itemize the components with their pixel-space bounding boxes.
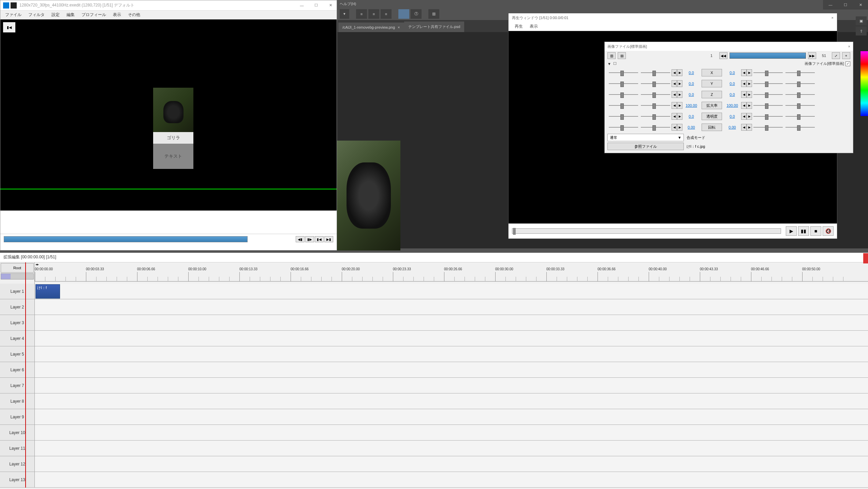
- axis-button[interactable]: 拡大率: [702, 102, 722, 109]
- menu-filter[interactable]: フィルタ: [25, 11, 48, 19]
- file-browse-button[interactable]: 参照ファイル: [607, 143, 684, 150]
- close-icon[interactable]: ×: [832, 16, 834, 20]
- frame-last-button[interactable]: ▶▶: [808, 52, 816, 59]
- axis-button[interactable]: 透明度: [702, 113, 722, 120]
- slider-left[interactable]: [609, 102, 638, 109]
- inc-button[interactable]: ▶: [677, 80, 682, 87]
- slider-right2[interactable]: [785, 70, 815, 76]
- value-left[interactable]: 0.00: [682, 125, 700, 129]
- expand-icon[interactable]: ▼: [607, 62, 611, 66]
- layer-label[interactable]: Layer 7: [0, 378, 35, 393]
- timeline-title[interactable]: 拡張編集 [00:00:00.00] [1/51]: [0, 253, 868, 262]
- minimize-button[interactable]: —: [298, 2, 305, 9]
- inc-button[interactable]: ▶: [747, 102, 752, 109]
- inc-button[interactable]: ▶: [747, 124, 752, 131]
- add-button[interactable]: +: [842, 52, 850, 59]
- layer-track[interactable]: [35, 456, 868, 472]
- menu-other[interactable]: その他: [124, 11, 144, 19]
- layer-track[interactable]: [35, 472, 868, 487]
- layer-label[interactable]: Layer 2: [0, 299, 35, 315]
- layer-toggle-button[interactable]: ▥: [607, 52, 616, 59]
- playback-title-bar[interactable]: 再生ウィンドウ [1/51] 0:00.0/0:01 ×: [509, 13, 837, 22]
- frame-first-button[interactable]: ◀◀: [719, 52, 727, 59]
- dec-button[interactable]: ◀: [672, 124, 677, 131]
- slider-right[interactable]: [753, 113, 783, 119]
- close-icon[interactable]: ×: [398, 25, 400, 29]
- seek-start-button[interactable]: ▮◀: [315, 236, 324, 242]
- slider-right2[interactable]: [785, 113, 815, 119]
- menu-view[interactable]: 表示: [109, 11, 124, 19]
- pb-menu-play[interactable]: 再生: [511, 22, 526, 31]
- blend-mode-select[interactable]: 通常 ▼: [607, 134, 684, 141]
- title-bar[interactable]: 1280x720_30fps_44100Hz.exedit (1280,720)…: [0, 0, 337, 11]
- seek-next-button[interactable]: ▮▶: [305, 236, 314, 242]
- inc-button[interactable]: ▶: [677, 102, 682, 109]
- menu-profile[interactable]: プロフィール: [78, 11, 109, 19]
- slider-left2[interactable]: [641, 70, 670, 76]
- playback-scrubber[interactable]: [512, 228, 781, 234]
- color-swatch[interactable]: [398, 9, 409, 19]
- loop-icon[interactable]: ☐: [613, 61, 617, 66]
- layer-track[interactable]: [35, 362, 868, 377]
- dec-button[interactable]: ◀: [741, 113, 747, 120]
- play-button[interactable]: ▶: [786, 226, 797, 236]
- timeline-scroll-indicator[interactable]: [863, 253, 868, 263]
- layer-track[interactable]: [35, 441, 868, 456]
- timeline-minimap[interactable]: [1, 273, 34, 279]
- slider-left[interactable]: [609, 124, 638, 130]
- layer-label[interactable]: Layer 10: [0, 425, 35, 440]
- panel-icon-1[interactable]: ▣: [856, 16, 867, 25]
- maximize-button[interactable]: ☐: [838, 0, 853, 10]
- slider-left[interactable]: [609, 91, 638, 98]
- layer-track[interactable]: [35, 378, 868, 393]
- timeline-ruler[interactable]: ◂▸ 00:00:00.0000:00:03.3300:00:06.6600:0…: [35, 262, 868, 284]
- playhead-icon[interactable]: ◂▸: [35, 262, 39, 266]
- slider-left2[interactable]: [641, 102, 670, 109]
- slider-right2[interactable]: [785, 91, 815, 98]
- slider-right[interactable]: [753, 91, 783, 98]
- layer-track[interactable]: [35, 393, 868, 409]
- layer-track[interactable]: [35, 425, 868, 440]
- slider-left[interactable]: [609, 113, 638, 119]
- inc-button[interactable]: ▶: [747, 91, 752, 98]
- layer-track[interactable]: [35, 409, 868, 425]
- value-left[interactable]: 0.0: [682, 92, 700, 97]
- inc-button[interactable]: ▶: [747, 69, 752, 76]
- seek-prev-button[interactable]: ◀▮: [296, 236, 305, 242]
- layer-track[interactable]: [35, 346, 868, 362]
- slider-left2[interactable]: [641, 124, 670, 130]
- value-left[interactable]: 0.0: [682, 82, 700, 86]
- slider-right[interactable]: [753, 124, 783, 130]
- align-center-icon[interactable]: ≡: [368, 9, 379, 19]
- layer-label[interactable]: Layer 9: [0, 409, 35, 425]
- inc-button[interactable]: ▶: [677, 91, 682, 98]
- layer-label[interactable]: Layer 8: [0, 393, 35, 409]
- menu-edit[interactable]: 編集: [63, 11, 78, 19]
- value-left[interactable]: 100.00: [682, 103, 700, 107]
- back-button[interactable]: ▮◀: [3, 22, 15, 32]
- dec-button[interactable]: ◀: [741, 124, 747, 131]
- zoom-button[interactable]: ⤢: [832, 52, 840, 59]
- timeline-cursor[interactable]: [25, 262, 26, 488]
- root-button[interactable]: Root: [1, 263, 34, 273]
- inc-button[interactable]: ▶: [677, 124, 682, 131]
- inc-button[interactable]: ▶: [677, 69, 682, 76]
- layer-label[interactable]: Layer 1: [0, 284, 35, 299]
- pause-button[interactable]: ▮▮: [798, 226, 809, 236]
- slider-left[interactable]: [609, 70, 638, 76]
- timeline-clip[interactable]: けI：f: [35, 284, 60, 299]
- layer-label[interactable]: Layer 12: [0, 456, 35, 472]
- slider-left2[interactable]: [641, 81, 670, 87]
- slider-right[interactable]: [753, 70, 783, 76]
- menu-settings[interactable]: 設定: [48, 11, 63, 19]
- inc-button[interactable]: ▶: [747, 80, 752, 87]
- layer-label[interactable]: Layer 6: [0, 362, 35, 377]
- dec-button[interactable]: ◀: [672, 69, 677, 76]
- layer-label[interactable]: Layer 5: [0, 346, 35, 362]
- maximize-button[interactable]: ☐: [313, 2, 320, 9]
- preview-area[interactable]: ▮◀ ゴリラ テキスト: [0, 19, 337, 211]
- layer-track[interactable]: けI：f: [35, 284, 868, 299]
- close-button[interactable]: ✕: [853, 0, 868, 10]
- value-left[interactable]: 0.0: [682, 71, 700, 75]
- layer-toggle2-button[interactable]: ▤: [618, 52, 626, 59]
